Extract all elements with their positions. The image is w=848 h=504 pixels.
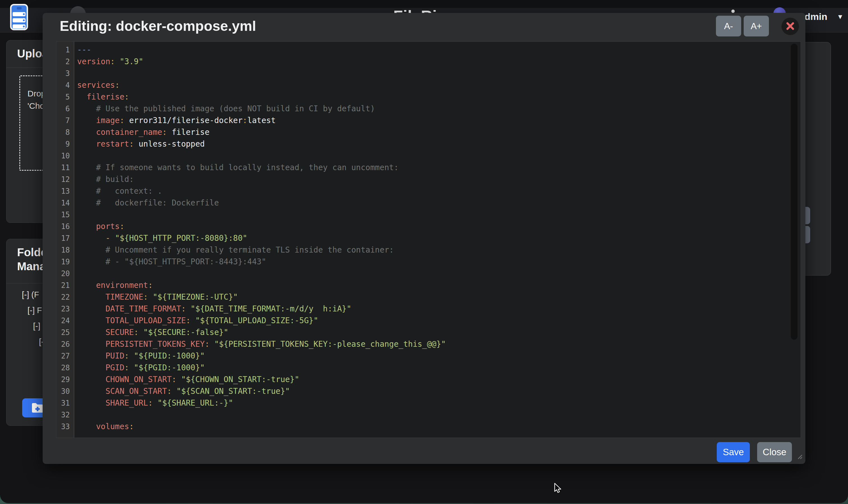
edit-file-modal: Editing: docker-compose.yml A- A+ 123456… [42,13,806,464]
code-line: CHOWN_ON_START: "${CHOWN_ON_START:-true}… [77,374,801,385]
line-number: 7 [56,115,70,126]
code-line: # Use the published image (does NOT buil… [77,103,801,115]
line-number: 4 [56,79,70,91]
line-number: 29 [56,374,70,385]
code-area[interactable]: ---version: "3.9"services: filerise: # U… [74,42,801,437]
font-decrease-button[interactable]: A- [716,16,741,36]
line-number: 12 [56,174,70,185]
code-line: volumes: [77,421,801,433]
close-icon [786,22,794,31]
code-line: - "${HOST_HTTP_PORT:-8080}:80" [77,232,801,244]
code-line: SCAN_ON_START: "${SCAN_ON_START:-true}" [77,385,801,397]
save-button[interactable]: Save [717,442,750,462]
code-line: # If someone wants to build locally inst… [77,162,801,174]
code-line: PUID: "${PUID:-1000}" [77,350,801,362]
line-number: 26 [56,338,70,350]
line-number: 11 [56,162,70,174]
code-editor[interactable]: 1234567891011121314151617181920212223242… [56,41,801,438]
line-number: 10 [56,150,70,162]
line-number: 31 [56,397,70,409]
header-icon[interactable] [731,10,735,13]
chevron-down-icon: ▼ [837,13,844,21]
line-number: 21 [56,280,70,291]
line-number-gutter: 1234567891011121314151617181920212223242… [56,42,74,437]
code-line: restart: unless-stopped [77,138,801,150]
line-number: 8 [56,126,70,138]
line-number: 13 [56,185,70,197]
line-number: 19 [56,256,70,268]
code-line: # - "${HOST_HTTPS_PORT:-8443}:443" [77,256,801,268]
code-line: # context: . [77,185,801,197]
line-number: 33 [56,421,70,433]
line-number: 1 [56,44,70,56]
code-line: container_name: filerise [77,126,801,138]
line-number: 16 [56,221,70,232]
code-line: image: error311/filerise-docker:latest [77,115,801,126]
line-number: 3 [56,68,70,79]
code-line: DATE_TIME_FORMAT: "${DATE_TIME_FORMAT:-m… [77,303,801,315]
modal-title: Editing: docker-compose.yml [60,18,256,34]
code-line [77,409,801,421]
line-number: 17 [56,232,70,244]
close-modal-button[interactable] [781,18,799,35]
resize-handle[interactable] [795,452,802,460]
app-window: FileRise admin ▼ Upload Drop files here … [0,0,848,503]
code-line: SHARE_URL: "${SHARE_URL:-}" [77,397,801,409]
mouse-cursor [554,483,563,494]
code-line: SECURE: "${SECURE:-false}" [77,327,801,338]
line-number: 28 [56,362,70,374]
line-number: 23 [56,303,70,315]
line-number: 9 [56,138,70,150]
editor-scrollbar-thumb[interactable] [791,44,797,340]
line-number: 24 [56,315,70,327]
code-line: PGID: "${PGID:-1000}" [77,362,801,374]
code-line [77,209,801,221]
line-number: 6 [56,103,70,115]
code-line: version: "3.9" [77,56,801,68]
line-number: 2 [56,56,70,68]
line-number: 18 [56,244,70,256]
font-increase-button[interactable]: A+ [744,16,769,36]
user-menu[interactable]: admin ▼ [799,11,844,22]
line-number: 25 [56,327,70,338]
code-line [77,150,801,162]
close-button[interactable]: Close [757,442,792,462]
code-line: --- [77,44,801,56]
code-line [77,68,801,79]
code-line: PERSISTENT_TOKENS_KEY: "${PERSISTENT_TOK… [77,338,801,350]
line-number: 30 [56,385,70,397]
code-line: # build: [77,174,801,185]
line-number: 15 [56,209,70,221]
code-line: environment: [77,280,801,291]
line-number: 27 [56,350,70,362]
code-line: # Uncomment if you really terminate TLS … [77,244,801,256]
folder-plus-icon [31,402,44,413]
code-line: filerise: [77,91,801,103]
code-line: TOTAL_UPLOAD_SIZE: "${TOTAL_UPLOAD_SIZE:… [77,315,801,327]
line-number: 22 [56,291,70,303]
code-line: # dockerfile: Dockerfile [77,197,801,209]
code-line: services: [77,79,801,91]
line-number: 14 [56,197,70,209]
line-number: 20 [56,268,70,280]
line-number: 32 [56,409,70,421]
code-line: ports: [77,221,801,232]
line-number: 5 [56,91,70,103]
code-line: TIMEZONE: "${TIMEZONE:-UTC}" [77,291,801,303]
code-line [77,268,801,280]
